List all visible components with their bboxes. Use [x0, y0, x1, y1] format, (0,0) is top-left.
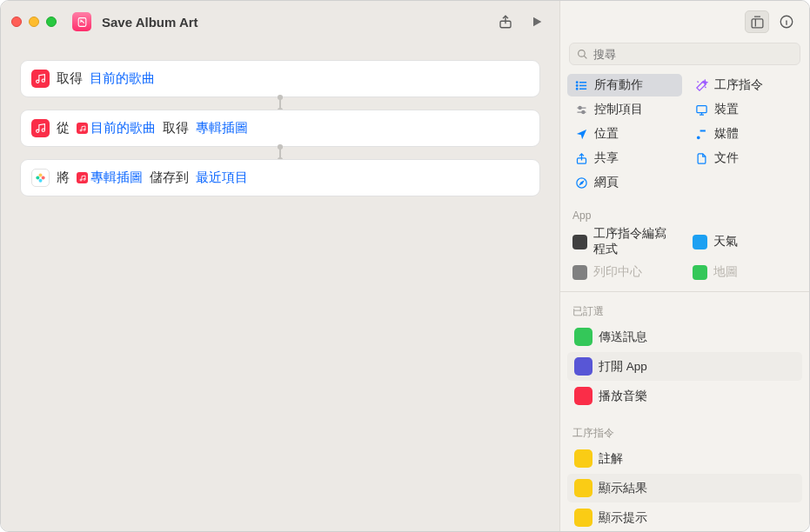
category-網頁[interactable]: 網頁 [567, 171, 682, 194]
photos-icon [31, 169, 50, 187]
app-label: 列印中心 [593, 264, 642, 280]
section-header-pinned: 已訂選 [560, 296, 809, 321]
minimize-button[interactable] [29, 17, 39, 27]
category-label: 網頁 [594, 175, 619, 190]
action-label: 顯示結果 [599, 481, 647, 496]
svg-point-12 [576, 88, 578, 90]
svg-point-1 [80, 19, 82, 21]
search-icon [577, 49, 588, 60]
category-label: 所有動作 [594, 77, 643, 93]
app-icon [572, 235, 587, 249]
action-item[interactable]: 傳送訊息 [567, 323, 802, 351]
search-field[interactable] [569, 43, 800, 65]
svg-point-13 [579, 106, 581, 109]
app-label: 天氣 [713, 234, 738, 249]
action-text: 取得 [57, 70, 83, 87]
action-icon [574, 479, 592, 497]
svg-rect-7 [752, 18, 763, 27]
app-label: 工序指令編寫程式 [593, 226, 677, 257]
svg-rect-15 [696, 105, 706, 112]
app-item[interactable]: 工序指令編寫程式 [567, 223, 682, 260]
category-label: 共享 [594, 150, 619, 166]
shortcut-icon [72, 12, 91, 31]
action-label: 打開 App [599, 359, 647, 375]
workflow-canvas[interactable]: 取得目前的歌曲從目前的歌曲取得專輯插圖將專輯插圖儲存到最近項目 [1, 43, 559, 531]
svg-point-3 [39, 173, 43, 176]
shortcut-title: Save Album Art [102, 15, 198, 30]
category-裝置[interactable]: 裝置 [687, 98, 802, 121]
action-item[interactable]: 註解 [567, 444, 802, 473]
share-button[interactable] [493, 10, 518, 33]
action-icon [574, 449, 592, 468]
note-icon [694, 127, 708, 141]
list-icon [574, 78, 588, 92]
action-card[interactable]: 取得目前的歌曲 [20, 60, 540, 97]
action-card[interactable]: 將專輯插圖儲存到最近項目 [20, 159, 540, 196]
location-icon [574, 127, 588, 141]
svg-point-11 [576, 84, 578, 86]
category-工序指令[interactable]: 工序指令 [687, 74, 802, 96]
svg-point-9 [579, 50, 586, 57]
zoom-button[interactable] [46, 17, 57, 27]
action-item[interactable]: 顯示結果 [567, 474, 802, 502]
action-label: 註解 [599, 451, 623, 467]
action-text: 取得 [163, 120, 189, 136]
display-icon [694, 103, 708, 116]
svg-point-4 [42, 176, 45, 180]
category-共享[interactable]: 共享 [567, 147, 682, 170]
category-label: 控制項目 [594, 102, 643, 117]
svg-point-14 [581, 110, 584, 113]
music-icon [31, 119, 50, 137]
action-token[interactable]: 目前的歌曲 [90, 70, 155, 87]
music-icon [77, 123, 88, 134]
wand-icon [694, 78, 708, 92]
variable-pill[interactable]: 專輯插圖 [77, 170, 143, 186]
music-icon [77, 172, 88, 183]
category-所有動作[interactable]: 所有動作 [567, 74, 682, 96]
share-icon [574, 151, 588, 165]
action-label: 傳送訊息 [599, 329, 647, 345]
music-icon [31, 70, 50, 88]
category-label: 位置 [594, 126, 619, 142]
category-媒體[interactable]: 媒體 [687, 123, 802, 145]
run-button[interactable] [525, 10, 549, 33]
action-icon [574, 357, 592, 376]
connector [279, 147, 281, 159]
category-文件[interactable]: 文件 [687, 147, 802, 170]
section-header-commands: 工序指令 [560, 417, 809, 442]
titlebar: Save Album Art [1, 1, 559, 43]
library-toggle[interactable] [745, 10, 769, 33]
action-icon [574, 328, 592, 346]
category-控制項目[interactable]: 控制項目 [567, 98, 682, 121]
sliders-icon [574, 103, 588, 116]
window-controls [11, 17, 57, 27]
app-icon [693, 235, 707, 249]
action-label: 顯示提示 [599, 510, 647, 526]
close-button[interactable] [11, 17, 22, 27]
app-item[interactable]: 列印中心 [567, 262, 682, 283]
action-token[interactable]: 專輯插圖 [196, 120, 248, 136]
category-位置[interactable]: 位置 [567, 123, 682, 145]
app-item[interactable]: 天氣 [687, 223, 802, 260]
action-label: 播放音樂 [599, 389, 647, 404]
search-input[interactable] [593, 48, 793, 61]
category-label: 裝置 [714, 102, 739, 117]
connector [279, 97, 281, 110]
category-label: 工序指令 [714, 77, 763, 93]
action-text: 將 [57, 170, 70, 186]
action-card[interactable]: 從目前的歌曲取得專輯插圖 [20, 110, 540, 147]
app-icon [693, 265, 707, 280]
action-icon [574, 509, 592, 527]
action-item[interactable]: 顯示提示 [567, 503, 802, 531]
category-label: 媒體 [714, 126, 739, 142]
info-button[interactable] [774, 10, 799, 33]
action-token[interactable]: 最近項目 [196, 170, 248, 186]
variable-pill[interactable]: 目前的歌曲 [77, 120, 156, 136]
app-item[interactable]: 地圖 [687, 262, 802, 283]
action-item[interactable]: 播放音樂 [567, 382, 802, 410]
action-item[interactable]: 打開 App [567, 352, 802, 381]
app-icon [572, 265, 587, 280]
svg-point-10 [576, 82, 578, 83]
svg-point-5 [39, 179, 43, 183]
app-label: 地圖 [713, 264, 738, 280]
